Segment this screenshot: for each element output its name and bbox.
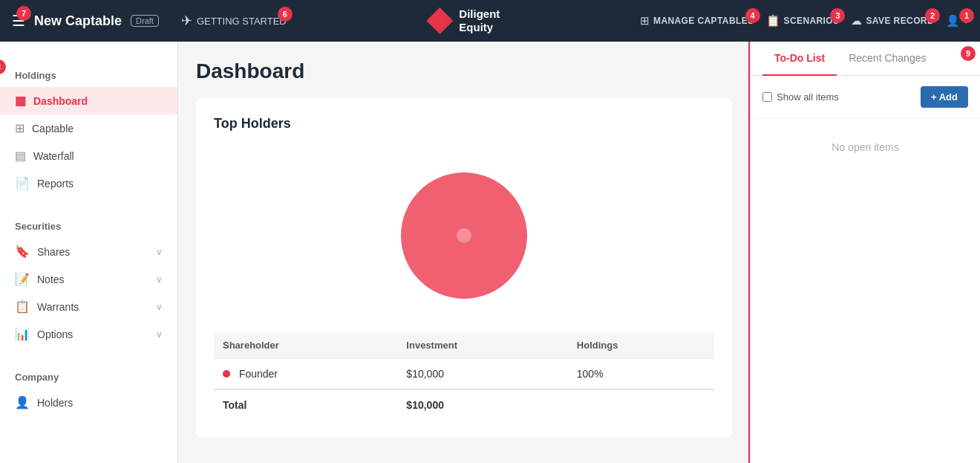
warrants-chevron-icon: ∨ (156, 302, 163, 312)
show-all-items-label: Show all items (777, 91, 839, 103)
user-menu-btn[interactable]: 👤 ▾ 1 (946, 14, 968, 27)
diligent-logo-icon (426, 7, 453, 34)
sidebar-item-warrants-label: Warrants (37, 301, 79, 313)
sidebar-item-dashboard[interactable]: ▦ Dashboard (0, 87, 177, 114)
page-title: Dashboard (196, 59, 732, 83)
holdings-section-label: Holdings (0, 55, 177, 87)
svg-point-1 (457, 228, 471, 243)
save-icon: ☁ (851, 14, 862, 27)
sidebar-item-reports[interactable]: 📄 Reports (0, 169, 177, 197)
reports-icon: 📄 (15, 176, 30, 190)
col-shareholder: Shareholder (214, 332, 397, 359)
total-holdings (568, 389, 714, 420)
sidebar-item-shares[interactable]: 🔖 Shares ∨ (0, 238, 177, 265)
warrants-icon: 📋 (15, 300, 30, 314)
save-record-btn[interactable]: ☁ SAVE RECORD 2 (851, 14, 934, 27)
plane-icon: ✈ (181, 13, 192, 29)
sidebar-item-options-label: Options (37, 328, 73, 340)
sidebar-item-holders[interactable]: 👤 Holders (0, 389, 177, 416)
scenarios-btn[interactable]: 📋 SCENARIOS 3 (766, 14, 840, 27)
holders-icon: 👤 (15, 395, 30, 409)
right-panel: 9 To-Do List Recent Changes Show all ite… (750, 42, 980, 463)
pie-chart (390, 161, 538, 310)
tab-recent-changes[interactable]: Recent Changes (837, 42, 938, 76)
show-all-checkbox-input[interactable] (762, 92, 772, 102)
pie-chart-area (214, 146, 714, 332)
shares-icon: 🔖 (15, 245, 30, 259)
logo-text: Diligent Equity (459, 7, 500, 34)
badge-1: 1 (959, 8, 974, 23)
waterfall-icon: ▤ (15, 149, 26, 163)
brand-name: New Captable (34, 13, 122, 29)
sidebar-item-dashboard-label: Dashboard (33, 95, 88, 107)
shares-chevron-icon: ∨ (156, 247, 163, 257)
col-holdings: Holdings (568, 332, 714, 359)
shareholder-holdings: 100% (568, 359, 714, 390)
top-navigation: ☰ 7 New Captable Draft ✈ GETTING STARTED… (0, 0, 980, 42)
getting-started-label: GETTING STARTED (197, 16, 287, 27)
securities-section-label: Securities (0, 206, 177, 238)
notes-chevron-icon: ∨ (156, 274, 163, 285)
shareholder-investment: $10,000 (397, 359, 567, 390)
sidebar-item-notes[interactable]: 📝 Notes ∨ (0, 265, 177, 293)
sidebar-item-warrants[interactable]: 📋 Warrants ∨ (0, 293, 177, 320)
dashboard-icon: ▦ (15, 94, 26, 108)
show-all-items-checkbox[interactable]: Show all items (762, 91, 839, 103)
getting-started-wrapper[interactable]: ✈ GETTING STARTED 6 (181, 13, 287, 29)
save-record-label: SAVE RECORD (866, 16, 934, 26)
add-button[interactable]: + Add (921, 86, 968, 108)
company-section-label: Company (0, 357, 177, 389)
top-holders-card: Top Holders Shareholder Investment Holdi… (196, 98, 732, 438)
total-label: Total (214, 389, 397, 420)
main-layout: 8 Holdings ▦ Dashboard ⊞ Captable ▤ Wate… (0, 42, 980, 463)
panel-toolbar: Show all items + Add (751, 76, 980, 119)
manage-captables-btn[interactable]: ⊞ MANAGE CAPTABLES 4 (640, 14, 754, 27)
scenarios-icon: 📋 (766, 14, 780, 27)
sidebar-item-waterfall[interactable]: ▤ Waterfall (0, 142, 177, 169)
shareholder-dot (223, 370, 230, 378)
shareholder-name: Founder (214, 359, 397, 390)
manage-captables-label: MANAGE CAPTABLES (653, 16, 754, 26)
table-row: Founder $10,000 100% (214, 359, 714, 390)
hamburger-menu[interactable]: ☰ 7 (12, 12, 25, 30)
manage-icon: ⊞ (640, 14, 650, 27)
sidebar-item-reports-label: Reports (37, 178, 74, 190)
user-icon: 👤 (946, 14, 960, 27)
panel-tabs: To-Do List Recent Changes (751, 42, 980, 76)
captable-icon: ⊞ (15, 121, 24, 135)
col-investment: Investment (397, 332, 567, 359)
empty-state: No open items (751, 119, 980, 463)
sidebar-item-captable-label: Captable (32, 123, 74, 135)
notes-icon: 📝 (15, 272, 30, 286)
total-investment: $10,000 (397, 389, 567, 420)
main-content-area: Dashboard Top Holders Shareholder Invest… (178, 42, 750, 463)
logo-area: Diligent Equity (426, 7, 500, 34)
badge-2: 2 (925, 8, 940, 23)
sidebar-item-options[interactable]: 📊 Options ∨ (0, 320, 177, 348)
draft-badge: Draft (131, 15, 159, 27)
badge-7: 7 (16, 6, 31, 21)
table-footer-row: Total $10,000 (214, 389, 714, 420)
badge-4: 4 (745, 8, 760, 23)
sidebar-item-shares-label: Shares (37, 246, 70, 258)
tab-todo[interactable]: To-Do List (762, 42, 837, 76)
holders-table: Shareholder Investment Holdings Founder … (214, 332, 714, 420)
options-chevron-icon: ∨ (156, 329, 163, 340)
options-icon: 📊 (15, 327, 30, 341)
sidebar-item-captable[interactable]: ⊞ Captable (0, 114, 177, 142)
no-open-items-text: No open items (832, 141, 898, 153)
sidebar-item-holders-label: Holders (37, 397, 73, 409)
sidebar-item-notes-label: Notes (37, 273, 65, 285)
badge-6: 6 (278, 7, 293, 22)
getting-started-btn[interactable]: ✈ GETTING STARTED (181, 13, 287, 29)
badge-3: 3 (830, 8, 845, 23)
card-title: Top Holders (214, 116, 714, 132)
sidebar: 8 Holdings ▦ Dashboard ⊞ Captable ▤ Wate… (0, 42, 178, 463)
badge-9: 9 (961, 46, 976, 61)
sidebar-item-waterfall-label: Waterfall (33, 150, 74, 162)
